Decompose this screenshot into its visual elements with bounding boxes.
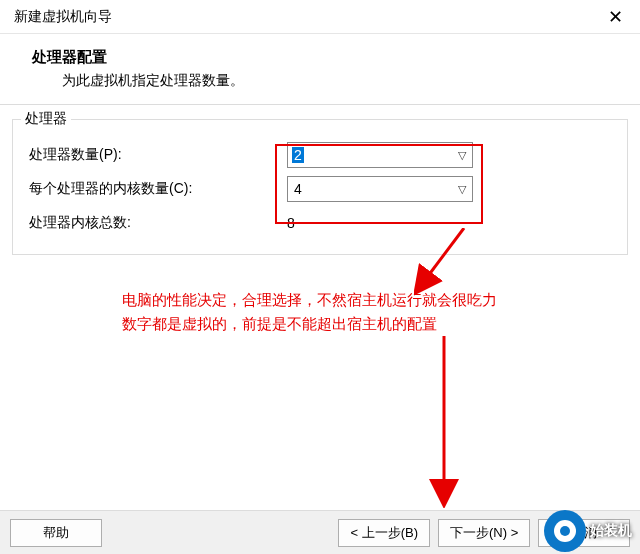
button-bar: 帮助 < 上一步(B) 下一步(N) > 取消	[0, 510, 640, 554]
next-button[interactable]: 下一步(N) >	[438, 519, 530, 547]
group-label: 处理器	[21, 110, 71, 128]
total-cores-label: 处理器内核总数:	[29, 214, 287, 232]
processor-count-value: 2	[292, 147, 304, 163]
row-cores-per-processor: 每个处理器的内核数量(C): 4 ▽	[13, 172, 627, 206]
close-icon[interactable]: ✕	[600, 0, 630, 34]
chevron-down-icon: ▽	[458, 149, 466, 162]
processor-group: 处理器 处理器数量(P): 2 ▽ 每个处理器的内核数量(C): 4 ▽ 处理器…	[12, 119, 628, 255]
processor-count-label: 处理器数量(P):	[29, 146, 287, 164]
row-processor-count: 处理器数量(P): 2 ▽	[13, 138, 627, 172]
back-button[interactable]: < 上一步(B)	[338, 519, 430, 547]
arrow-annotation	[414, 228, 494, 508]
processor-count-dropdown[interactable]: 2 ▽	[287, 142, 473, 168]
cancel-button[interactable]: 取消	[538, 519, 630, 547]
cores-per-processor-label: 每个处理器的内核数量(C):	[29, 180, 287, 198]
help-button[interactable]: 帮助	[10, 519, 102, 547]
annotation-text: 电脑的性能决定，合理选择，不然宿主机运行就会很吃力 数字都是虚拟的，前提是不能超…	[122, 288, 497, 336]
total-cores-value: 8	[287, 215, 295, 231]
window-title: 新建虚拟机向导	[14, 8, 112, 26]
page-subheading: 为此虚拟机指定处理器数量。	[62, 72, 612, 90]
row-total-cores: 处理器内核总数: 8	[13, 206, 627, 240]
chevron-down-icon: ▽	[458, 183, 466, 196]
cores-per-processor-dropdown[interactable]: 4 ▽	[287, 176, 473, 202]
annotation-line-1: 电脑的性能决定，合理选择，不然宿主机运行就会很吃力	[122, 288, 497, 312]
cores-per-processor-value: 4	[292, 181, 304, 197]
annotation-line-2: 数字都是虚拟的，前提是不能超出宿主机的配置	[122, 312, 497, 336]
titlebar: 新建虚拟机向导 ✕	[0, 0, 640, 34]
wizard-header: 处理器配置 为此虚拟机指定处理器数量。	[0, 34, 640, 105]
page-heading: 处理器配置	[32, 48, 612, 67]
